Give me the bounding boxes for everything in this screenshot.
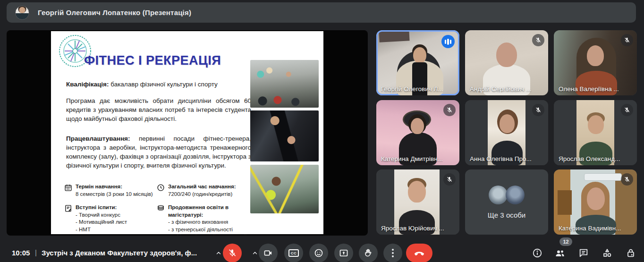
mic-off-icon [532,34,544,46]
mic-off-icon [621,173,633,186]
calendar-icon [64,184,72,192]
slide-photo-kettlebell-class [250,60,319,108]
more-options-icon [392,249,394,257]
info-line: - з фізичного виховання [168,219,263,226]
mute-mic-button[interactable] [223,244,242,262]
info-duration: Термін навчання: 8 семестрів (3 роки 10 … [76,183,153,198]
info-exams: Вступні іспити: - Творчий конкурс - Моти… [76,204,153,233]
participant-name: Катерина Вадимівн... [559,225,621,232]
meeting-details-button[interactable] [532,247,543,259]
camera-button[interactable] [259,244,278,262]
end-call-icon [414,247,425,259]
video-tile-kateryna-v[interactable]: Катерина Вадимівн... [554,169,637,235]
participants-panel-button[interactable] [554,247,566,259]
participant-name: Анна Олегівна Про... [470,155,532,162]
info-title: Продовження освіти в магістратурі: [168,204,263,219]
raise-hand-icon [364,248,373,258]
activities-icon [602,248,612,258]
mic-off-icon [621,104,633,116]
qualification-text: бакалавр фізичної культури і спорту [109,81,217,88]
info-title: Загальний час навчання: [168,183,248,191]
mic-off-icon [228,248,237,258]
mic-off-icon [443,173,456,186]
video-tile-yaroslav-y[interactable]: Ярослав Юрійович ... [376,169,459,235]
reactions-button[interactable] [309,244,328,262]
program-paragraph: Програма дає можливість обрати дисциплін… [66,96,251,123]
divider: | [35,248,37,256]
employment-label: Працевлаштування: [66,135,130,142]
videocam-icon [263,248,273,258]
info-line: - Творчий конкурс [76,211,153,219]
captions-icon: CC [288,249,299,257]
participant-name: Андрій Сергійович ... [470,85,532,93]
slide-photo-trx-workout [250,165,319,213]
slide-photo-dumbbell-training [250,110,319,161]
mic-options-chevron[interactable] [215,249,222,257]
speaking-indicator-icon [441,35,455,48]
participant-name: Георгій Олегович Л... [381,85,443,93]
participant-name: Ярослав Юрійович ... [381,225,444,232]
info-line: 7200/240 (годин/кредитів) [168,191,248,198]
activities-button[interactable] [602,247,613,259]
participant-name: Катерина Дмитрівн... [381,155,443,162]
cc-label: CC [291,251,297,255]
emoji-icon [314,248,323,258]
info-line: - з тренерської діяльності [168,226,263,234]
lock-icon [626,248,636,258]
chat-icon [578,248,589,258]
more-options-button[interactable] [383,244,402,262]
mic-off-icon [621,34,633,46]
info-total-time: Загальний час навчання: 7200/240 (годин/… [168,183,248,198]
video-tile-andriy[interactable]: Андрій Сергійович ... [465,30,548,95]
employment-paragraph: Працевлаштування: первинні посади фітнес… [66,134,251,170]
info-line: 8 семестрів (3 роки 10 місяців) [76,191,153,198]
info-masters: Продовження освіти в магістратурі: - з ф… [168,204,263,236]
video-tile-anna[interactable]: Анна Олегівна Про... [465,100,548,165]
presentation-slide: ФІТНЕС І РЕКРЕАЦІЯ Кваліфікація: бакалав… [51,31,323,234]
presenter-avatar [15,6,29,20]
slide-title: ФІТНЕС І РЕКРЕАЦІЯ [56,53,249,68]
raise-hand-button[interactable] [359,244,378,262]
participant-count-badge: 12 [559,237,572,246]
present-icon [339,248,348,258]
mic-off-icon [532,104,544,116]
video-tile-yaroslav-o[interactable]: Ярослав Олександ... [554,100,637,165]
video-tile-olena[interactable]: Олена Валеріївна ... [554,30,637,95]
avatar [489,186,508,204]
qualification-paragraph: Кваліфікація: бакалавр фізичної культури… [66,80,251,89]
info-line: - Мотиваційний лист [76,219,153,226]
qualification-label: Кваліфікація: [66,81,109,88]
chat-panel-button[interactable] [578,247,589,259]
end-call-button[interactable] [406,244,432,262]
video-tile-georgiy[interactable]: Георгій Олегович Л... [376,30,459,95]
books-icon [157,204,165,212]
exam-icon [64,204,72,212]
mic-off-icon [443,104,456,116]
people-icon [554,247,566,259]
presenter-banner: Георгій Олегович Лопатенко (Презентація) [7,2,636,23]
video-tile-kateryna-d[interactable]: Катерина Дмитрівн... [376,100,459,165]
participant-name: Ярослав Олександ... [559,155,620,162]
present-screen-button[interactable] [334,244,353,262]
presenter-name: Георгій Олегович Лопатенко (Презентація) [38,8,191,17]
meeting-title: Зустріч з Деканом Факультету здоров'я, ф… [42,249,197,257]
camera-options-chevron[interactable] [251,249,259,257]
info-title: Термін навчання: [76,183,153,191]
participant-name: Олена Валеріївна ... [559,85,619,93]
avatar [506,186,525,204]
overflow-avatars [489,186,525,204]
captions-button[interactable]: CC [284,244,303,262]
shared-screen-area: ФІТНЕС І РЕКРЕАЦІЯ Кваліфікація: бакалав… [7,30,368,236]
more-people-tile[interactable]: Ще 3 особи [465,169,548,235]
info-title: Вступні іспити: [76,204,153,211]
info-line: - з фізичної терапії, ерготерапії [168,233,263,236]
info-icon [532,248,542,258]
clock-icon [157,184,165,192]
more-people-label: Ще 3 особи [465,211,548,219]
host-controls-button[interactable] [625,247,636,259]
info-line: - НМТ [76,226,153,234]
clock-time: 10:05 [12,249,30,257]
